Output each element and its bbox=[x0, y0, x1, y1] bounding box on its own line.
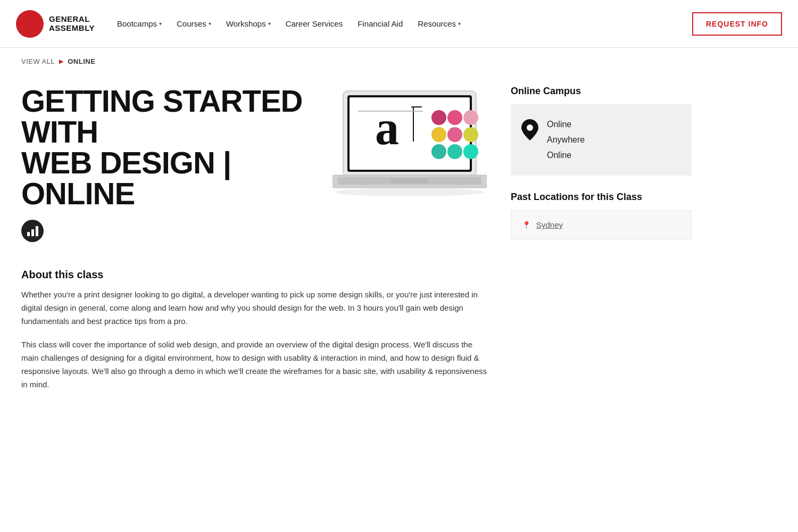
online-campus-heading: Online Campus bbox=[511, 86, 692, 97]
bar-1 bbox=[27, 232, 30, 236]
request-info-button[interactable]: REQUEST INFO bbox=[692, 12, 782, 36]
svg-point-10 bbox=[463, 110, 478, 125]
breadcrumb: VIEW ALL ▶ ONLINE bbox=[0, 48, 798, 75]
online-campus-section: Online Campus Online Anywhere Online bbox=[511, 86, 692, 176]
hero-text: GETTING STARTED WITH WEB DESIGN | ONLINE bbox=[21, 86, 319, 242]
about-paragraph-1: Whether you're a print designer looking … bbox=[21, 288, 489, 328]
chevron-down-icon: ▾ bbox=[159, 21, 162, 27]
logo-text: GENERAL ASSEMBLY bbox=[49, 15, 95, 32]
nav-bootcamps[interactable]: Bootcamps ▾ bbox=[111, 15, 168, 32]
nav-courses[interactable]: Courses ▾ bbox=[170, 15, 218, 32]
svg-rect-19 bbox=[391, 178, 428, 184]
nav-career-services[interactable]: Career Services bbox=[279, 15, 350, 32]
location-lines: Online Anywhere Online bbox=[547, 117, 585, 163]
svg-point-12 bbox=[447, 127, 462, 142]
nav-financial-aid[interactable]: Financial Aid bbox=[351, 15, 409, 32]
past-locations-section: Past Locations for this Class 📍 Sydney bbox=[511, 192, 692, 239]
past-location-link[interactable]: Sydney bbox=[536, 220, 563, 229]
nav-resources[interactable]: Resources ▾ bbox=[411, 15, 467, 32]
about-heading: About this class bbox=[21, 269, 489, 281]
svg-point-21 bbox=[527, 124, 533, 131]
nav-workshops[interactable]: Workshops ▾ bbox=[220, 15, 277, 32]
svg-marker-0 bbox=[19, 11, 40, 37]
content-left: GETTING STARTED WITH WEB DESIGN | ONLINE bbox=[21, 86, 489, 402]
logo-badge: GA bbox=[16, 10, 44, 38]
main-content: GETTING STARTED WITH WEB DESIGN | ONLINE bbox=[0, 75, 713, 434]
past-location-card: 📍 Sydney bbox=[511, 210, 692, 239]
svg-point-9 bbox=[447, 110, 462, 125]
main-nav: Bootcamps ▾ Courses ▾ Workshops ▾ Career… bbox=[111, 15, 692, 32]
chevron-down-icon: ▾ bbox=[209, 21, 211, 27]
page-title: GETTING STARTED WITH WEB DESIGN | ONLINE bbox=[21, 86, 319, 209]
laptop-illustration: a bbox=[332, 86, 487, 197]
level-bars bbox=[27, 226, 38, 236]
about-paragraph-2: This class will cover the importance of … bbox=[21, 338, 489, 391]
chevron-down-icon: ▾ bbox=[268, 21, 271, 27]
logo-link[interactable]: GA GENERAL ASSEMBLY bbox=[16, 10, 95, 38]
svg-text:a: a bbox=[375, 102, 399, 154]
past-locations-heading: Past Locations for this Class bbox=[511, 192, 692, 203]
svg-point-20 bbox=[335, 188, 484, 196]
hero-image: a bbox=[330, 86, 489, 197]
breadcrumb-current: ONLINE bbox=[68, 57, 95, 65]
level-icon bbox=[21, 220, 44, 242]
svg-point-11 bbox=[431, 127, 446, 142]
bar-2 bbox=[31, 229, 34, 236]
svg-point-16 bbox=[463, 144, 478, 159]
breadcrumb-separator: ▶ bbox=[59, 58, 63, 65]
bar-3 bbox=[36, 226, 38, 236]
about-section: About this class Whether you're a print … bbox=[21, 269, 489, 391]
svg-point-8 bbox=[431, 110, 446, 125]
pin-small-icon: 📍 bbox=[522, 221, 531, 229]
site-header: GA GENERAL ASSEMBLY Bootcamps ▾ Courses … bbox=[0, 0, 798, 48]
hero-section: GETTING STARTED WITH WEB DESIGN | ONLINE bbox=[21, 86, 489, 242]
svg-point-13 bbox=[463, 127, 478, 142]
svg-point-14 bbox=[431, 144, 446, 159]
location-card: Online Anywhere Online bbox=[511, 104, 692, 176]
svg-point-15 bbox=[447, 144, 462, 159]
chevron-down-icon: ▾ bbox=[458, 21, 461, 27]
breadcrumb-view-all[interactable]: VIEW ALL bbox=[21, 57, 55, 65]
content-right: Online Campus Online Anywhere Online Pas… bbox=[511, 86, 692, 402]
map-pin-icon bbox=[521, 119, 538, 143]
